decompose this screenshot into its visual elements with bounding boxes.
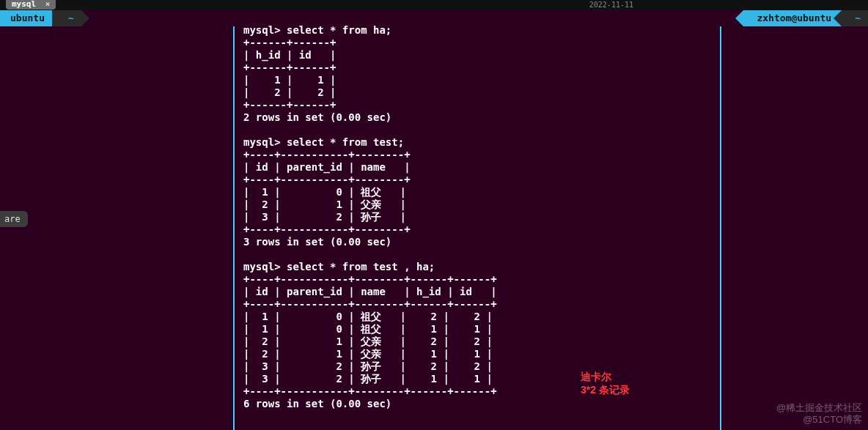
terminal-tab-mysql[interactable]: mysql × xyxy=(6,0,56,10)
close-icon[interactable]: × xyxy=(45,0,51,9)
share-badge-label: are xyxy=(4,214,21,224)
share-badge[interactable]: are xyxy=(0,211,28,227)
hostname-segment: ubuntu xyxy=(0,10,52,26)
user-host-segment: zxhtom@ubuntu xyxy=(743,10,842,26)
terminal-text: mysql> select * from ha; +------+------+… xyxy=(243,24,497,409)
watermark: @稀土掘金技术社区 @51CTO博客 xyxy=(776,402,862,426)
left-pane-status: ubuntu ~ xyxy=(0,10,81,26)
watermark-line-2: @51CTO博客 xyxy=(776,414,862,426)
annotation-line-2: 3*2 条记录 xyxy=(581,383,630,396)
terminal-tab-label: mysql xyxy=(12,0,36,9)
right-terminal-pane[interactable] xyxy=(720,26,868,430)
date-text: 2022-11-11 xyxy=(589,1,633,9)
path-segment-right: ~ xyxy=(842,10,868,26)
system-top-bar xyxy=(0,0,868,10)
annotation-line-1: 迪卡尔 xyxy=(581,370,630,383)
watermark-line-1: @稀土掘金技术社区 xyxy=(776,402,862,414)
annotation-cartesian: 迪卡尔 3*2 条记录 xyxy=(581,370,630,396)
mysql-terminal-output[interactable]: mysql> select * from ha; +------+------+… xyxy=(235,10,720,430)
left-terminal-pane[interactable] xyxy=(0,26,235,430)
path-segment: ~ xyxy=(52,10,81,26)
clock-area: 2022-11-11 xyxy=(589,0,633,10)
right-pane-status: zxhtom@ubuntu ~ xyxy=(743,10,868,26)
